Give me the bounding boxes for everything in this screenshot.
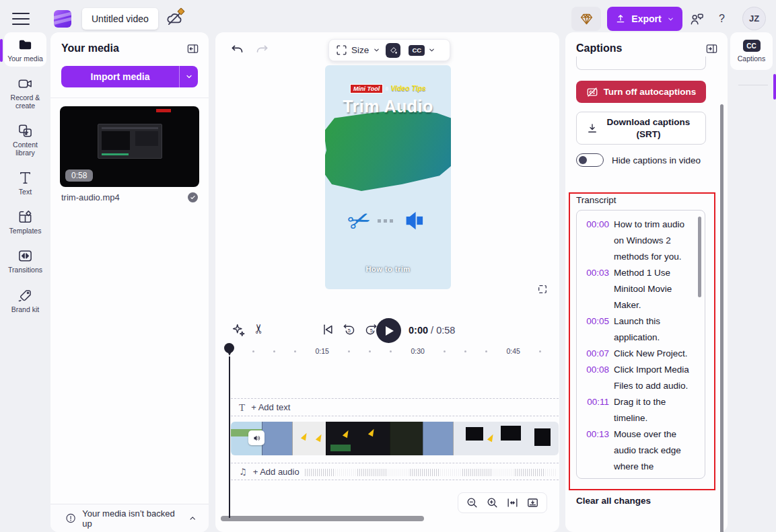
transcript-box[interactable]: 00:00How to trim audio on Windows 2 meth… (576, 210, 705, 479)
redo-icon[interactable] (255, 43, 269, 57)
camera-icon (17, 76, 33, 91)
sidebar-item-brand-kit[interactable]: Brand kit (4, 283, 46, 317)
transcript-entry[interactable]: 00:08Click Import Media Files to add aud… (581, 362, 695, 394)
feedback-icon[interactable] (689, 11, 705, 27)
sidebar-item-label: Transitions (3, 266, 48, 274)
enhance-icon[interactable] (232, 323, 246, 337)
language-selector-partial[interactable] (576, 56, 706, 70)
transitions-icon (17, 248, 33, 264)
timeline-scrollbar[interactable] (221, 516, 424, 521)
transcript-entry[interactable]: 00:05Launch this application. (581, 313, 695, 346)
upgrade-gem-button[interactable] (571, 7, 601, 31)
collapse-panel-icon[interactable] (186, 42, 199, 55)
transcript-timestamp: 00:11 (581, 394, 609, 426)
export-button[interactable]: Export (607, 7, 682, 31)
add-audio-track[interactable]: + Add audio (231, 463, 559, 480)
transcript-text[interactable]: Click New Project. (614, 346, 695, 362)
video-clip-track[interactable] (231, 422, 559, 455)
hide-captions-toggle[interactable] (576, 153, 604, 167)
sidebar-item-text[interactable]: Text (4, 165, 46, 200)
help-icon[interactable] (719, 13, 725, 25)
transcript-text[interactable]: How to trim audio on Windows 2 methods f… (614, 217, 695, 265)
svg-text:5: 5 (370, 328, 373, 334)
sidebar-item-transitions[interactable]: Transitions (4, 243, 46, 278)
download-icon (586, 122, 598, 135)
clip-frame (423, 422, 453, 455)
import-media-dropdown[interactable] (179, 66, 198, 87)
thumb-logo (156, 109, 171, 112)
transcript-entry[interactable]: 00:13Mouse over the audio track edge whe… (581, 426, 695, 479)
transcript-scrollbar[interactable] (698, 217, 701, 297)
music-note-icon (239, 465, 247, 478)
add-text-track[interactable]: + Add text (231, 398, 559, 416)
cc-icon: CC (743, 40, 761, 52)
transcript-timestamp: 00:07 (581, 346, 609, 362)
menu-icon[interactable] (12, 13, 30, 25)
sidebar-item-content-library[interactable]: Content library (4, 118, 46, 161)
clipchamp-logo-icon[interactable] (54, 10, 71, 28)
zoom-in-icon[interactable] (486, 496, 499, 509)
transcript-timestamp: 00:00 (581, 217, 609, 265)
fullscreen-icon[interactable] (537, 284, 548, 295)
cloud-backup-off-icon[interactable] (166, 10, 183, 28)
ruler-label: 0:45 (506, 347, 520, 355)
skip-start-icon[interactable] (321, 323, 334, 336)
timeline-zoom-controls (458, 492, 547, 513)
panel-scrollbar[interactable] (720, 104, 724, 532)
turn-off-autocaptions-label: Turn off autocaptions (604, 87, 697, 97)
size-dropdown[interactable]: Size (336, 44, 380, 56)
brandkit-icon (17, 288, 33, 303)
sidebar-item-record-create[interactable]: Record & create (4, 71, 46, 114)
captions-dropdown[interactable]: CC (409, 45, 435, 56)
library-icon (17, 123, 33, 139)
undo-icon[interactable] (230, 43, 244, 57)
ruler-dot (485, 350, 487, 352)
svg-text:5: 5 (348, 328, 351, 334)
ruler-dot (390, 350, 392, 352)
ruler-dot (539, 350, 541, 352)
avatar[interactable]: JZ (742, 7, 766, 30)
play-button[interactable] (376, 318, 401, 343)
turn-off-autocaptions-button[interactable]: Turn off autocaptions (576, 81, 706, 103)
transcript-entry[interactable]: 00:07Click New Project. (581, 346, 695, 362)
transcript-text[interactable]: Method 1 Use Minitool Movie Maker. (614, 265, 695, 313)
download-captions-label: Download captions (SRT) (605, 116, 693, 140)
collapse-captions-icon[interactable] (705, 42, 718, 55)
clip-audio-icon[interactable] (248, 430, 264, 445)
timeline-ruler[interactable]: 0:150:300:45 (252, 346, 541, 356)
backup-notice[interactable]: Your media isn’t backed up (50, 504, 209, 532)
editor-area: Size CC Mini Tool ® Video Tips Trim Audi… (215, 32, 559, 532)
scissors-graphic-icon (348, 205, 371, 236)
transcript-text[interactable]: Mouse over the audio track edge where th… (614, 426, 695, 479)
transcript-entry[interactable]: 00:03Method 1 Use Minitool Movie Maker. (581, 265, 695, 313)
add-audio-label: + Add audio (253, 467, 299, 477)
sidebar-item-captions[interactable]: CC Captions (730, 32, 773, 70)
preview-toolbar: Size CC (328, 39, 450, 61)
playhead[interactable] (224, 343, 235, 358)
clear-all-changes-link[interactable]: Clear all changes (576, 496, 651, 506)
sidebar-item-templates[interactable]: Templates (4, 204, 46, 239)
transcript-entry[interactable]: 00:00How to trim audio on Windows 2 meth… (581, 217, 695, 265)
video-preview[interactable]: Mini Tool ® Video Tips Trim Audio How to… (325, 65, 451, 289)
transcript-entry[interactable]: 00:11Drag it to the timeline. (581, 394, 695, 426)
rewind-5-icon[interactable]: 5 (342, 323, 356, 337)
zoom-out-icon[interactable] (466, 496, 479, 509)
import-media-button[interactable]: Import media (61, 66, 198, 87)
transport-controls: 5 5 0:00 / 0:58 (215, 320, 559, 342)
transcript-text[interactable]: Launch this application. (614, 313, 695, 346)
transcript-text[interactable]: Drag it to the timeline. (614, 394, 695, 426)
dock-timeline-icon[interactable] (526, 496, 539, 509)
sidebar-item-label: Templates (3, 227, 48, 235)
background-color-icon[interactable] (386, 43, 400, 58)
split-scissors-icon[interactable] (253, 321, 264, 336)
clip-frame (326, 422, 390, 455)
project-title-input[interactable]: Untitled video (82, 8, 158, 30)
video-brand: Mini Tool ® Video Tips (325, 84, 451, 93)
download-captions-button[interactable]: Download captions (SRT) (576, 112, 706, 145)
clip-thumbnail[interactable]: 0:58 (60, 106, 199, 187)
cc-icon: CC (409, 45, 425, 56)
sidebar-item-your-media[interactable]: Your media (4, 32, 46, 67)
transcript-text[interactable]: Click Import Media Files to add audio. (614, 362, 695, 394)
audio-waveform (305, 469, 556, 476)
fit-to-screen-icon[interactable] (506, 496, 519, 509)
